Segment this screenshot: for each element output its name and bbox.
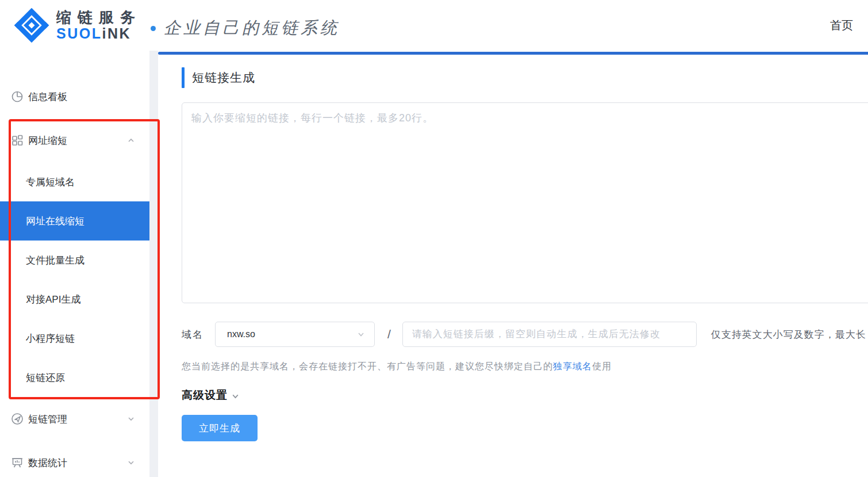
brand-text: 缩链服务 SUOLiNK	[56, 10, 141, 41]
domain-select[interactable]: nxw.so	[215, 322, 375, 347]
sidebar-item-link-manage[interactable]: 短链管理	[0, 397, 149, 441]
chevron-down-icon	[127, 459, 135, 467]
sidebar-subitem-file-batch[interactable]: 文件批量生成	[0, 241, 149, 280]
tagline: 企业自己的短链系统	[151, 17, 340, 40]
brand-english: SUOLiNK	[56, 26, 141, 41]
suolink-logo-icon	[14, 7, 49, 43]
brand-chinese: 缩链服务	[56, 10, 141, 25]
logo[interactable]: 缩链服务 SUOLiNK	[14, 7, 141, 43]
send-circle-icon	[10, 412, 24, 426]
chevron-up-icon	[127, 136, 135, 144]
domain-select-value: nxw.so	[227, 329, 357, 339]
shared-domain-notice: 您当前选择的是共享域名，会存在链接打不开、有广告等问题，建议您尽快绑定自己的独享…	[182, 361, 868, 373]
page-title: 短链接生成	[192, 70, 255, 86]
sidebar-item-label: 数据统计	[28, 456, 67, 470]
path-separator: /	[387, 327, 391, 341]
sidebar-item-url-shorten[interactable]: 网址缩短	[0, 119, 149, 162]
advanced-settings-label: 高级设置	[182, 388, 228, 403]
title-accent-bar	[182, 67, 185, 88]
page: 缩链服务 SUOLiNK 企业自己的短链系统 首页 信息看板	[0, 0, 868, 477]
domain-row: 域名 nxw.so / 仅支持英文大小写及数字，最大长	[182, 322, 868, 347]
sidebar-item-dashboard[interactable]: 信息看板	[0, 75, 149, 119]
suffix-input[interactable]	[402, 322, 697, 347]
presentation-icon	[10, 456, 24, 470]
chevron-down-icon	[357, 330, 365, 338]
sidebar-subitem-miniprogram-link[interactable]: 小程序短链	[0, 319, 149, 358]
advanced-settings-toggle[interactable]: 高级设置	[182, 388, 868, 403]
main-content: 短链接生成 域名 nxw.so / 仅支持英文大小写及数字，最大长 您当前选择的…	[158, 51, 868, 477]
sidebar-item-label: 网址缩短	[28, 134, 67, 147]
sidebar-item-label: 短链管理	[28, 413, 67, 426]
sidebar-content-divider	[149, 51, 158, 477]
chevron-down-icon	[127, 415, 135, 423]
sidebar: 信息看板 网址缩短 专属短域名 网址在线缩短 文件批量生成	[0, 51, 149, 477]
section-title: 短链接生成	[182, 67, 868, 89]
tagline-text: 企业自己的短链系统	[164, 17, 340, 40]
sidebar-subitem-api-generate[interactable]: 对接API生成	[0, 280, 149, 319]
generate-button[interactable]: 立即生成	[182, 415, 258, 441]
dot-icon	[151, 26, 156, 31]
sidebar-subitem-exclusive-domain[interactable]: 专属短域名	[0, 162, 149, 201]
sidebar-item-statistics[interactable]: 数据统计	[0, 441, 149, 477]
suffix-hint-text: 仅支持英文大小写及数字，最大长	[711, 328, 866, 341]
url-input-textarea[interactable]	[182, 102, 868, 303]
domain-label: 域名	[182, 328, 203, 341]
grid-icon	[10, 133, 24, 147]
exclusive-domain-link[interactable]: 独享域名	[553, 361, 592, 371]
sidebar-subitem-link-restore[interactable]: 短链还原	[0, 358, 149, 397]
header: 缩链服务 SUOLiNK 企业自己的短链系统 首页	[0, 0, 868, 51]
sidebar-subitem-online-shorten[interactable]: 网址在线缩短	[0, 201, 149, 241]
chevron-down-icon	[231, 392, 240, 400]
pie-chart-icon	[10, 90, 24, 104]
body: 信息看板 网址缩短 专属短域名 网址在线缩短 文件批量生成	[0, 51, 868, 477]
sidebar-item-label: 信息看板	[28, 90, 67, 104]
content-top-accent-line	[158, 52, 868, 55]
nav-home-link[interactable]: 首页	[830, 18, 853, 33]
